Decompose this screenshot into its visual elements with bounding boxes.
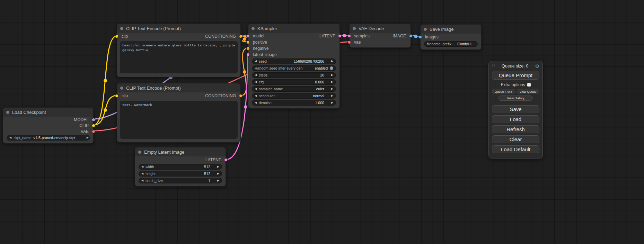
decrement-arrow-icon[interactable]: ◀	[255, 101, 257, 104]
collapse-dot-icon[interactable]	[252, 27, 255, 30]
input-slot-vae-dot[interactable]	[347, 40, 351, 44]
node-clip-text-encode-positive[interactable]: CLIP Text Encode (Prompt) clip CONDITION…	[117, 24, 241, 77]
increment-arrow-icon[interactable]: ▶	[331, 94, 333, 97]
drag-handle-icon[interactable]: ⠿	[492, 64, 495, 69]
output-slot-clip-dot[interactable]	[92, 124, 95, 127]
node-title-bar[interactable]: Empty Latent Image	[135, 147, 226, 156]
node-title-bar[interactable]: Load Checkpoint	[3, 108, 93, 117]
output-slot-vae-dot[interactable]	[92, 130, 95, 133]
node-clip-text-encode-negative[interactable]: CLIP Text Encode (Prompt) clip CONDITION…	[117, 83, 241, 143]
decrement-arrow-icon[interactable]: ◀	[255, 88, 257, 90]
widget-ckpt-name[interactable]: ◀ ckpt_name v1-5-pruned-emaonly.ckpt ▶	[7, 135, 90, 141]
decrement-arrow-icon[interactable]: ◀	[141, 172, 143, 175]
widget-seed[interactable]: ◀ seed 156680208700286 ▶	[252, 58, 336, 64]
node-empty-latent-image[interactable]: Empty Latent Image LATENT ◀ width 512 ▶ …	[135, 147, 226, 187]
decrement-arrow-icon[interactable]: ◀	[255, 81, 257, 83]
increment-arrow-icon[interactable]: ▶	[217, 172, 219, 175]
save-button[interactable]: Save	[492, 105, 539, 113]
widget-width[interactable]: ◀ width 512 ▶	[139, 164, 222, 170]
decrement-arrow-icon[interactable]: ◀	[255, 60, 257, 63]
extra-options-checkbox[interactable]	[527, 83, 531, 87]
widget-steps[interactable]: ◀ steps 20 ▶	[252, 72, 336, 78]
decrement-arrow-icon[interactable]: ◀	[141, 179, 143, 182]
clear-button[interactable]: Clear	[492, 135, 539, 143]
input-slot-negative-dot[interactable]	[246, 47, 250, 50]
node-title: CLIP Text Encode (Prompt)	[126, 85, 181, 91]
widget-label: scheduler	[259, 94, 275, 98]
node-save-image[interactable]: Save Image images filename_prefix ComfyU…	[420, 24, 482, 50]
node-title-bar[interactable]: Save Image	[421, 25, 481, 34]
increment-arrow-icon[interactable]: ▶	[331, 74, 333, 76]
output-slot-latent-dot[interactable]	[338, 34, 342, 38]
input-slot-clip-dot[interactable]	[115, 94, 118, 98]
widget-batch-size[interactable]: ◀ batch_size 1 ▶	[139, 178, 222, 183]
slot-label: CONDITIONING	[205, 34, 236, 39]
slot-row: clip CONDITIONING	[117, 92, 240, 99]
load-button[interactable]: Load	[492, 115, 539, 123]
slot-label: CONDITIONING	[205, 93, 236, 98]
widget-scheduler[interactable]: ◀ scheduler normal ▶	[252, 93, 336, 99]
view-history-button[interactable]: View History	[499, 96, 533, 101]
increment-arrow-icon[interactable]: ▶	[331, 101, 333, 104]
slot-label: VAE	[81, 129, 89, 134]
decrement-arrow-icon[interactable]: ◀	[9, 136, 11, 139]
increment-arrow-icon[interactable]: ▶	[331, 60, 333, 63]
output-slot-conditioning-dot[interactable]	[239, 94, 242, 98]
input-slot-clip-dot[interactable]	[115, 35, 118, 38]
prompt-textarea[interactable]: text, watermark	[120, 101, 238, 139]
toggle-icon[interactable]	[330, 66, 333, 70]
prompt-textarea[interactable]: beautiful scenery nature glass bottle la…	[120, 41, 238, 73]
slot-row: samples IMAGE	[350, 33, 411, 39]
widget-random-seed-toggle[interactable]: Random seed after every gen enabled	[252, 65, 336, 71]
output-slot-image-dot[interactable]	[409, 34, 413, 38]
widget-denoise[interactable]: ◀ denoise 1.000 ▶	[252, 100, 336, 106]
slot-label: latent_image	[253, 52, 277, 57]
widget-value: 8.000	[315, 80, 324, 84]
node-load-checkpoint[interactable]: Load Checkpoint MODEL CLIP VAE ◀ ckpt_na…	[3, 107, 94, 144]
increment-arrow-icon[interactable]: ▶	[331, 88, 333, 90]
increment-arrow-icon[interactable]: ▶	[217, 165, 219, 168]
node-title: Save Image	[430, 27, 453, 32]
decrement-arrow-icon[interactable]: ◀	[255, 74, 257, 76]
increment-arrow-icon[interactable]: ▶	[87, 136, 89, 139]
collapse-dot-icon[interactable]	[138, 151, 141, 154]
node-ksampler[interactable]: KSampler model LATENT positive negative …	[248, 24, 340, 109]
widget-cfg[interactable]: ◀ cfg 8.000 ▶	[252, 79, 336, 85]
queue-prompt-button[interactable]: Queue Prompt	[492, 71, 539, 80]
increment-arrow-icon[interactable]: ▶	[331, 81, 333, 83]
input-slot-images-dot[interactable]	[418, 35, 422, 39]
widget-sampler-name[interactable]: ◀ sampler_name euler ▶	[252, 86, 336, 92]
collapse-dot-icon[interactable]	[424, 28, 427, 31]
input-slot-samples-dot[interactable]	[347, 34, 351, 38]
collapse-dot-icon[interactable]	[6, 111, 9, 114]
decrement-arrow-icon[interactable]: ◀	[255, 94, 257, 97]
decrement-arrow-icon[interactable]: ◀	[141, 165, 143, 168]
input-slot-model-dot[interactable]	[246, 34, 250, 38]
load-default-button[interactable]: Load Default	[492, 145, 539, 153]
node-title-bar[interactable]: CLIP Text Encode (Prompt)	[117, 83, 240, 92]
node-title-bar[interactable]: CLIP Text Encode (Prompt)	[117, 24, 240, 33]
input-slot-positive-dot[interactable]	[246, 40, 250, 44]
input-slot-latent-image-dot[interactable]	[246, 53, 250, 56]
refresh-button[interactable]: Refresh	[492, 125, 539, 133]
output-slot-model-dot[interactable]	[92, 118, 95, 121]
output-slot-conditioning-dot[interactable]	[239, 35, 242, 38]
collapse-dot-icon[interactable]	[120, 27, 123, 30]
queue-front-button[interactable]: Queue Front	[492, 89, 515, 94]
collapse-dot-icon[interactable]	[120, 87, 123, 90]
slot-label: vae	[354, 40, 361, 45]
increment-arrow-icon[interactable]: ▶	[217, 179, 219, 182]
queue-panel: ⠿ Queue size: 0 ⚙ Queue Prompt Extra opt…	[488, 61, 543, 159]
collapse-dot-icon[interactable]	[353, 27, 356, 30]
view-queue-button[interactable]: View Queue	[517, 89, 539, 94]
queue-buttons-row: Queue Front View Queue	[492, 89, 539, 94]
output-slot-latent-dot[interactable]	[224, 158, 228, 162]
widget-height[interactable]: ◀ height 512 ▶	[139, 171, 222, 177]
node-vae-decode[interactable]: VAE Decode samples IMAGE vae	[349, 24, 411, 48]
slot-row: latent_image	[248, 52, 339, 58]
gear-icon[interactable]: ⚙	[535, 64, 539, 69]
widget-filename-prefix[interactable]: filename_prefix ComfyUI	[424, 41, 478, 47]
widget-label: sampler_name	[259, 87, 283, 91]
node-title-bar[interactable]: KSampler	[248, 24, 339, 33]
node-title-bar[interactable]: VAE Decode	[350, 24, 411, 33]
